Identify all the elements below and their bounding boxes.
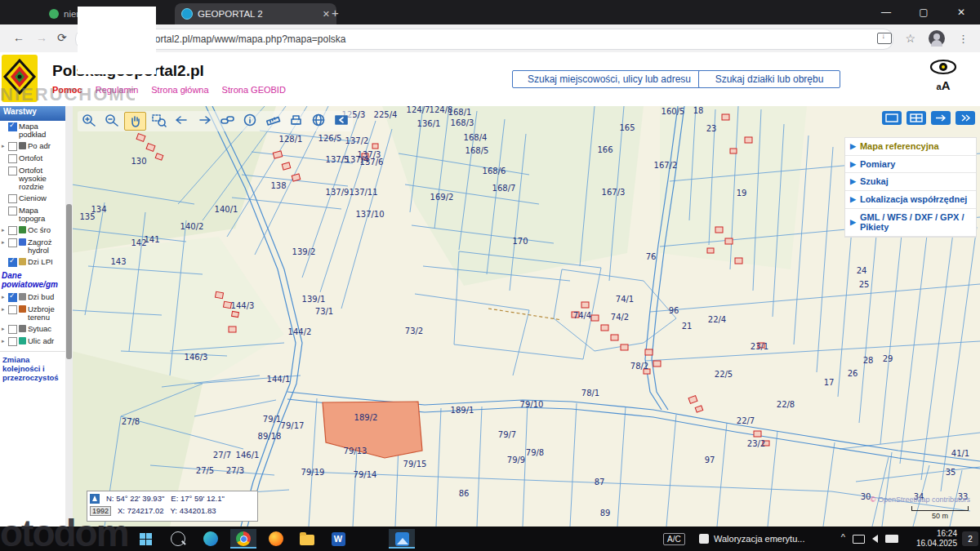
expander-icon[interactable]: ▸ (2, 338, 7, 344)
link-strona-geobid[interactable]: Strona GEOBID (222, 85, 286, 95)
menu-szukaj[interactable]: ▶ Szukaj (845, 173, 976, 191)
word-icon[interactable] (325, 529, 351, 549)
window-close-button[interactable]: ✕ (942, 0, 980, 24)
layer-checkbox[interactable] (8, 226, 17, 235)
back-icon[interactable]: ← (13, 31, 24, 44)
layer-row-ulic-adr[interactable]: ▸ Ulic adr (0, 335, 65, 348)
split-view-icon[interactable] (906, 111, 926, 125)
snapshot-icon[interactable] (332, 112, 352, 129)
layer-row-mapa-topogra[interactable]: ▸ Mapa topogra (0, 205, 65, 224)
speaker-icon[interactable] (872, 535, 878, 543)
expander-icon[interactable]: ▸ (2, 143, 7, 149)
expander-icon[interactable]: ▸ (2, 227, 7, 233)
parcel-label: 27/5 (196, 466, 214, 475)
building (591, 315, 599, 321)
layers-header[interactable]: Warstwy (0, 106, 65, 121)
zoom-out-icon[interactable] (101, 112, 122, 129)
layer-row-sytuac[interactable]: ▸ Sytuac (0, 323, 65, 335)
file-explorer-icon[interactable] (294, 529, 320, 549)
forward-icon[interactable]: → (36, 31, 47, 44)
news-widget[interactable]: Waloryzacja emerytu... (699, 527, 804, 551)
browser-menu-icon[interactable]: ⋮ (958, 33, 969, 45)
layer-row-zagroz-hydrol[interactable]: ▸ Zagroż hydrol (0, 237, 65, 256)
taskbar-search-icon[interactable] (165, 529, 191, 549)
reload-icon[interactable]: ⟳ (57, 31, 67, 44)
edge-icon[interactable] (198, 529, 224, 549)
parcel-label: 165 (619, 123, 635, 132)
next-view-icon[interactable] (194, 112, 215, 129)
fullscreen-icon[interactable] (931, 111, 951, 125)
expander-icon[interactable]: ▸ (2, 326, 7, 331)
taskbar-clock[interactable]: 16:24 16.04.2025 (916, 529, 957, 549)
parcel-label: 137/6 (360, 158, 384, 167)
expander-icon[interactable]: ▸ (2, 294, 7, 300)
tray-expand-icon[interactable]: ^ (841, 532, 845, 542)
layer-checkbox[interactable] (8, 238, 17, 247)
link-icon[interactable] (217, 112, 238, 129)
layer-checkbox[interactable] (8, 122, 17, 131)
layer-checkbox[interactable] (8, 207, 17, 216)
layer-row-ortofot[interactable]: ▸ Ortofot (0, 153, 65, 165)
photos-icon[interactable] (389, 529, 415, 549)
window-maximize-button[interactable]: ▢ (905, 0, 942, 24)
menu-pomiary[interactable]: ▶ Pomiary (845, 156, 976, 174)
menu-mapa-referencyjna[interactable]: ▶ Mapa referencyjna (845, 138, 976, 156)
tab-geoportal[interactable]: GEOPORTAL 2 ✕ (175, 3, 336, 24)
layer-checkbox[interactable] (8, 337, 17, 346)
panel-collapse-icon[interactable] (956, 111, 975, 125)
layer-row-mapa-podklad[interactable]: ▸ Mapa podkład (0, 121, 65, 140)
expander-icon[interactable]: ▸ (2, 306, 7, 312)
eye-icon[interactable] (929, 59, 957, 75)
start-button[interactable] (132, 529, 158, 549)
font-size-toggle[interactable]: aA (929, 78, 957, 92)
layer-checkbox[interactable] (8, 154, 17, 163)
coord-y: Y: 434201.83 (171, 506, 216, 515)
layer-row-ortofot-wysokie[interactable]: ▸ Ortofot wysokie rozdzie (0, 165, 65, 193)
url-field[interactable]: i polska.geoportal2.pl/map/www/mapa.php?… (75, 29, 893, 50)
previous-view-icon[interactable] (172, 112, 192, 129)
pan-hand-icon[interactable] (124, 112, 146, 131)
layer-checkbox[interactable] (8, 305, 17, 314)
globe-icon[interactable] (309, 112, 329, 129)
display-tray-icon[interactable] (853, 535, 865, 544)
search-parcel-button[interactable]: Szukaj działki lub obrębu (698, 70, 840, 88)
install-app-icon[interactable] (877, 33, 892, 44)
layer-row-uzbroje-terenu[interactable]: ▸ Uzbroje terenu (0, 304, 65, 323)
zoom-window-icon[interactable] (149, 112, 169, 129)
scrollbar-thumb[interactable] (66, 204, 72, 359)
new-tab-button[interactable]: + (332, 6, 339, 20)
firefox-icon[interactable] (263, 529, 289, 549)
zmiana-kolejnosci-link[interactable]: Zmiana kolejności i przezroczystoś (0, 351, 65, 385)
sidebar-scrollbar[interactable] (65, 106, 73, 527)
layer-checkbox[interactable] (8, 167, 17, 176)
menu-lokalizacja[interactable]: ▶ Lokalizacja współrzędnej (845, 191, 976, 209)
info-icon[interactable] (240, 112, 261, 129)
layer-checkbox[interactable] (8, 325, 17, 334)
chrome-icon[interactable] (230, 529, 256, 549)
layer-row-po-adr[interactable]: ▸ Po adr (0, 140, 65, 153)
measure-icon[interactable] (263, 112, 283, 129)
layer-checkbox[interactable] (8, 293, 17, 302)
zoom-in-icon[interactable] (78, 112, 99, 129)
layer-row-dzi-bud[interactable]: ▸ Dzi bud (0, 291, 65, 304)
expander-icon[interactable]: ▸ (2, 239, 7, 245)
notification-badge[interactable]: 2 (962, 531, 978, 546)
layer-row-oc-sro[interactable]: ▸ Oc śro (0, 224, 65, 237)
window-minimize-button[interactable]: — (867, 0, 905, 24)
bookmark-star-icon[interactable]: ☆ (905, 32, 915, 45)
link-strona-glowna[interactable]: Strona główna (151, 85, 208, 95)
print-icon[interactable] (286, 112, 306, 129)
layer-checkbox[interactable] (8, 194, 17, 203)
basemap-icon[interactable] (882, 111, 902, 125)
search-place-button[interactable]: Szukaj miejscowości, ulicy lub adresu (512, 70, 706, 88)
map-attribution[interactable]: © OpenStreetMap contributors (871, 495, 970, 504)
layer-row-cieniow[interactable]: ▸ Cieniow (0, 193, 65, 205)
layer-checkbox[interactable] (8, 142, 17, 151)
tab-close-icon[interactable]: ✕ (323, 9, 330, 20)
profile-avatar[interactable] (929, 30, 945, 47)
battery-icon[interactable] (885, 535, 898, 543)
menu-gml-wfs[interactable]: ▶ GML / WFS / DXF / GPX / Pikiety (845, 209, 976, 237)
layer-checkbox[interactable] (8, 258, 17, 267)
language-indicator[interactable]: A/C (663, 527, 685, 551)
layer-row-dzi-lpi[interactable]: ▸ Dzi LPI (0, 256, 65, 269)
